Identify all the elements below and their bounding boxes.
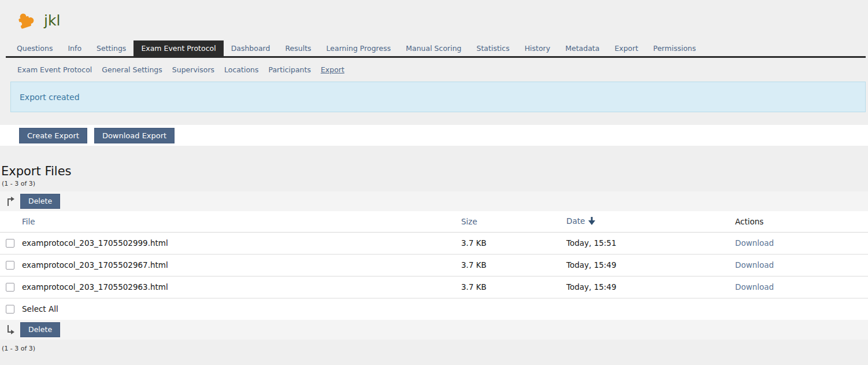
table-toolbar-top: Delete — [0, 191, 868, 211]
tab-export[interactable]: Export — [607, 40, 646, 56]
file-date: Today, 15:49 — [562, 254, 730, 276]
download-export-button[interactable]: Download Export — [94, 128, 175, 143]
download-link[interactable]: Download — [735, 260, 774, 270]
tab-questions[interactable]: Questions — [9, 40, 60, 56]
info-message: Export created — [10, 82, 866, 112]
tab-permissions[interactable]: Permissions — [646, 40, 703, 56]
table-toolbar-bottom: Delete — [0, 320, 868, 340]
file-name: examprotocol_203_1705502963.html — [17, 276, 457, 298]
spacer — [0, 112, 868, 125]
delete-selected-button-top[interactable]: Delete — [20, 194, 60, 209]
tab-info[interactable]: Info — [60, 40, 89, 56]
tab-manual-scoring[interactable]: Manual Scoring — [398, 40, 469, 56]
tab-learning-progress[interactable]: Learning Progress — [319, 40, 399, 56]
subtab-supervisors[interactable]: Supervisors — [172, 65, 214, 74]
file-size: 3.7 KB — [457, 254, 562, 276]
delete-selected-button-bottom[interactable]: Delete — [20, 322, 60, 337]
tab-exam-event-protocol[interactable]: Exam Event Protocol — [133, 40, 223, 56]
export-actions-toolbar: Create Export Download Export — [0, 125, 868, 146]
tab-statistics[interactable]: Statistics — [469, 40, 517, 56]
tab-metadata[interactable]: Metadata — [558, 40, 607, 56]
tab-history[interactable]: History — [517, 40, 558, 56]
app-header: jkl — [0, 0, 868, 40]
file-name: examprotocol_203_1705502967.html — [17, 254, 457, 276]
file-date: Today, 15:49 — [562, 276, 730, 298]
sub-tab-bar: Exam Event Protocol General Settings Sup… — [0, 58, 868, 80]
download-link[interactable]: Download — [735, 282, 774, 292]
export-files-section-header: Export Files (1 - 3 of 3) — [0, 146, 868, 191]
subtab-participants[interactable]: Participants — [268, 65, 310, 74]
column-header-file[interactable]: File — [17, 211, 457, 232]
subtab-general-settings[interactable]: General Settings — [102, 65, 162, 74]
file-name: examprotocol_203_1705502999.html — [17, 232, 457, 254]
pagination-info-top: (1 - 3 of 3) — [1, 180, 868, 187]
section-title: Export Files — [1, 164, 868, 178]
download-link[interactable]: Download — [735, 238, 774, 248]
arrow-turn-up-right-icon — [6, 196, 15, 207]
header-checkbox-spacer — [0, 211, 17, 232]
puzzle-icon — [14, 10, 35, 31]
table-row: examprotocol_203_1705502999.html 3.7 KB … — [0, 232, 868, 254]
export-files-table: File Size Date Actions examprotocol_203_… — [0, 211, 868, 320]
table-row: examprotocol_203_1705502963.html 3.7 KB … — [0, 276, 868, 298]
file-size: 3.7 KB — [457, 232, 562, 254]
create-export-button[interactable]: Create Export — [19, 128, 87, 143]
page-title: jkl — [44, 12, 60, 29]
row-checkbox[interactable] — [6, 261, 14, 270]
row-checkbox[interactable] — [6, 283, 14, 292]
tab-results[interactable]: Results — [277, 40, 318, 56]
table-header-row: File Size Date Actions — [0, 211, 868, 232]
row-checkbox[interactable] — [6, 239, 14, 248]
file-size: 3.7 KB — [457, 276, 562, 298]
info-message-text: Export created — [20, 93, 80, 102]
tab-dashboard[interactable]: Dashboard — [224, 40, 278, 56]
subtab-export[interactable]: Export — [321, 65, 344, 74]
subtab-locations[interactable]: Locations — [224, 65, 258, 74]
column-header-size[interactable]: Size — [457, 211, 562, 232]
file-date: Today, 15:51 — [562, 232, 730, 254]
select-all-row: Select All — [0, 298, 868, 320]
table-row: examprotocol_203_1705502967.html 3.7 KB … — [0, 254, 868, 276]
column-header-actions: Actions — [730, 211, 868, 232]
pagination-info-bottom: (1 - 3 of 3) — [0, 340, 868, 364]
column-header-date[interactable]: Date — [562, 211, 730, 232]
tab-settings[interactable]: Settings — [89, 40, 133, 56]
sort-descending-icon — [588, 217, 595, 227]
select-all-label[interactable]: Select All — [17, 298, 868, 320]
column-header-date-label: Date — [566, 216, 585, 226]
arrow-turn-down-right-icon — [6, 324, 15, 335]
select-all-checkbox[interactable] — [6, 305, 14, 314]
main-tab-bar: Questions Info Settings Exam Event Proto… — [0, 40, 868, 56]
subtab-exam-event-protocol[interactable]: Exam Event Protocol — [17, 65, 92, 74]
